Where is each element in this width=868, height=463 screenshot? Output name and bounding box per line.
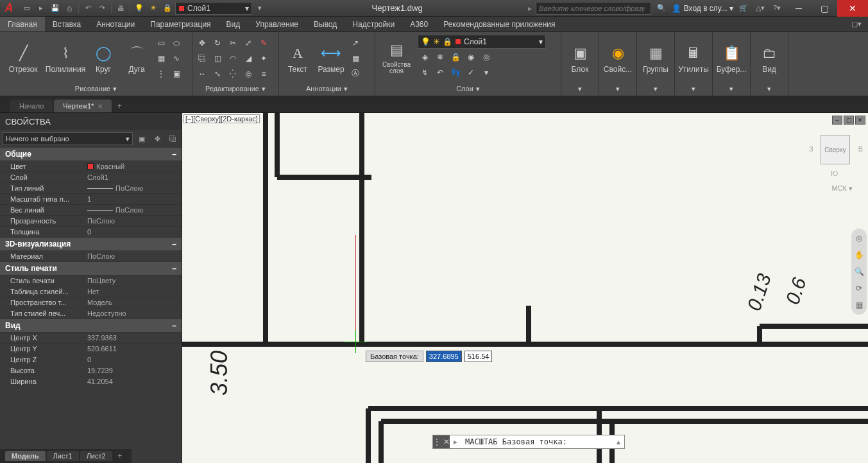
layer-combo[interactable]: 💡 ☀ 🔒 Слой1 ▾	[418, 35, 546, 49]
props-button[interactable]: ◉ Свойс...	[602, 35, 634, 82]
explode-icon[interactable]: ✦	[257, 51, 271, 66]
line-button[interactable]: ╱ Отрезок	[3, 35, 44, 82]
qat-lock-icon[interactable]: 🔒	[161, 2, 174, 15]
group-view[interactable]: Вид–	[0, 319, 182, 333]
tab-output[interactable]: Вывод	[306, 17, 345, 31]
tab-drawing[interactable]: Чертеж1*✕	[54, 100, 112, 112]
qselect-icon[interactable]: ✥	[151, 132, 164, 145]
qat-redo-icon[interactable]: ↷	[96, 2, 108, 15]
tab-insert[interactable]: Вставка	[45, 17, 89, 31]
ellipse-icon[interactable]: ⬭	[169, 36, 183, 50]
rotate-icon[interactable]: ↻	[210, 36, 225, 50]
arc-button[interactable]: ⌒ Дуга	[121, 35, 153, 82]
panel-modify-title[interactable]: Редактирование ▾	[194, 83, 277, 94]
command-line[interactable]: ⋮ ✕ ▸ МАСШТАБ Базовая точка: ▴	[432, 435, 625, 449]
panel-draw-title[interactable]: Рисование ▾	[1, 83, 191, 94]
selall-icon[interactable]: ⿻	[166, 132, 179, 145]
ucs-label[interactable]: МСК ▾	[829, 184, 855, 193]
qat-save-icon[interactable]: 💾	[49, 2, 62, 15]
layer-iso-icon[interactable]: ◈	[418, 50, 432, 64]
layer-match-icon[interactable]: ↯	[418, 66, 432, 80]
search-icon[interactable]: 🔍	[655, 2, 668, 15]
tab-view[interactable]: Вид	[219, 17, 248, 31]
array-icon[interactable]: ⁛	[226, 67, 240, 81]
minimize-button[interactable]: ─	[786, 0, 812, 17]
pim-icon[interactable]: ▣	[135, 132, 148, 145]
qat-open-icon[interactable]: ▸	[35, 2, 47, 15]
view-button[interactable]: 🗀 Вид	[753, 35, 785, 82]
polyline-button[interactable]: ⌇ Полилиния	[45, 35, 86, 82]
layer-walk-icon[interactable]: 👣	[448, 66, 463, 80]
tab-model[interactable]: Модель	[5, 451, 46, 461]
table-icon[interactable]: ▦	[348, 51, 362, 66]
layer-prev-icon[interactable]: ↶	[433, 66, 447, 80]
clip-button[interactable]: 📋 Буфер...	[715, 35, 747, 82]
nav-wheel-icon[interactable]: ◎	[853, 232, 865, 244]
panel-options-icon[interactable]: ▢▾	[850, 18, 863, 31]
layerprops-button[interactable]: ▤ Свойства слоя	[378, 40, 415, 74]
erase-icon[interactable]: ✎	[257, 36, 271, 50]
drawing-canvas[interactable]: [–][Сверху][2D-каркас] – ▢ ✕	[182, 113, 868, 463]
dim-button[interactable]: ⟷ Размер	[315, 35, 347, 82]
leader-icon[interactable]: ↗	[348, 36, 362, 50]
properties-body[interactable]: Общие– ЦветКрасный СлойСлой1 Тип линий П…	[0, 148, 182, 463]
tab-manage[interactable]: Управление	[248, 17, 306, 31]
group-viz[interactable]: 3D-визуализация–	[0, 238, 182, 251]
layer-freeze-icon[interactable]: ❄	[433, 50, 447, 64]
help-icon[interactable]: ?▾	[770, 2, 783, 15]
viewcube[interactable]: З В Ю Сверху	[809, 126, 860, 177]
tab-parametric[interactable]: Параметризация	[142, 17, 218, 31]
stretch-icon[interactable]: ↔	[195, 67, 209, 81]
extend-icon[interactable]: ⤢	[241, 36, 255, 50]
maximize-button[interactable]: ▢	[812, 0, 837, 17]
move-icon[interactable]: ✥	[195, 36, 209, 50]
new-layout-button[interactable]: +	[114, 450, 126, 462]
group-general[interactable]: Общие–	[0, 148, 182, 161]
copy-icon[interactable]: ⿻	[195, 51, 209, 66]
region-icon[interactable]: ▣	[169, 67, 183, 81]
spline-icon[interactable]: ∿	[169, 51, 183, 66]
hatch-icon[interactable]: ▦	[154, 51, 168, 66]
viewcube-face[interactable]: Сверху	[821, 135, 850, 164]
tab-annotate[interactable]: Аннотации	[89, 17, 142, 31]
groups-button[interactable]: ▦ Группы	[640, 35, 672, 82]
circle-button[interactable]: ◯ Круг	[87, 35, 119, 82]
point-icon[interactable]: ⋮	[154, 67, 168, 81]
exchange-icon[interactable]: 🛒	[737, 2, 750, 15]
qat-print-icon[interactable]: 🖶	[114, 2, 127, 15]
panel-annot-title[interactable]: Аннотации ▾	[280, 83, 373, 94]
tab-addins[interactable]: Надстройки	[345, 17, 402, 31]
qat-bulb-icon[interactable]: 💡	[133, 2, 146, 15]
mtext-icon[interactable]: Ⓐ	[348, 67, 362, 81]
selection-dropdown[interactable]: Ничего не выбрано▾	[3, 132, 133, 145]
cmd-history-icon[interactable]: ▴	[613, 437, 624, 446]
scale-icon[interactable]: ⤡	[210, 67, 225, 81]
dyn-y-input[interactable]: 516.54	[464, 351, 493, 362]
layer-lock-icon[interactable]: 🔒	[448, 50, 463, 64]
dyn-x-input[interactable]: 327.6895	[426, 351, 462, 362]
nav-zoom-icon[interactable]: 🔍	[853, 266, 865, 277]
close-tab-icon[interactable]: ✕	[98, 103, 103, 110]
qat-new-icon[interactable]: ▭	[21, 2, 33, 15]
cmd-handle-icon[interactable]: ⋮ ✕	[433, 435, 450, 448]
rect-icon[interactable]: ▭	[154, 36, 168, 50]
layer-cur-icon[interactable]: ✓	[464, 66, 478, 80]
align-icon[interactable]: ≡	[257, 67, 271, 81]
utils-button[interactable]: 🖩 Утилиты	[677, 35, 710, 82]
signin-button[interactable]: 👤 Вход в слу... ▾	[672, 4, 733, 13]
tab-featured[interactable]: Рекомендованные приложения	[436, 17, 563, 31]
qat-sun-icon[interactable]: ☀	[147, 2, 160, 15]
text-button[interactable]: A Текст	[282, 35, 314, 82]
cmd-text[interactable]: МАСШТАБ Базовая точка:	[461, 437, 613, 446]
offset-icon[interactable]: ◎	[241, 67, 255, 81]
block-button[interactable]: ▣ Блок	[564, 35, 596, 82]
fillet-icon[interactable]: ◠	[226, 51, 240, 66]
qat-layer-combo[interactable]: Слой1 ▾	[175, 2, 252, 15]
tab-start[interactable]: Начало	[10, 100, 53, 112]
panel-layers-title[interactable]: Слои ▾	[377, 83, 559, 94]
nav-orbit-icon[interactable]: ⟳	[853, 283, 865, 294]
app-logo[interactable]: A	[0, 0, 18, 17]
nav-pan-icon[interactable]: ✋	[853, 249, 865, 261]
qat-undo-icon[interactable]: ↶	[81, 2, 94, 15]
qat-more-icon[interactable]: ▾	[253, 2, 266, 15]
